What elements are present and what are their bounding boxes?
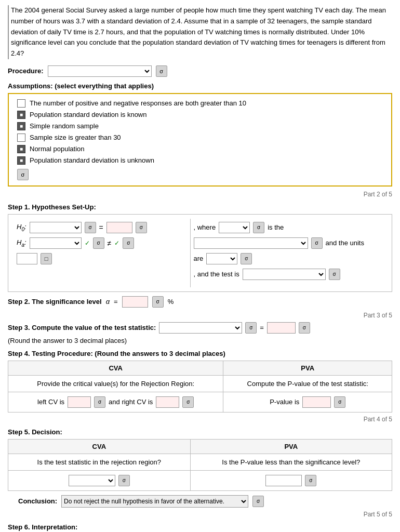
assumption-label-2: Population standard deviation is known bbox=[30, 111, 146, 118]
is-the-label: is the bbox=[268, 223, 284, 231]
checkbox-6[interactable]: ■ bbox=[17, 156, 25, 165]
step5-cva-answer-cell: Yes No σ bbox=[8, 470, 191, 490]
step5-pva-answer-cell: σ bbox=[190, 470, 392, 490]
assumption-item-4[interactable]: Sample size is greater than 30 bbox=[17, 134, 383, 142]
step2-row: Step 2. The significance level α = σ % bbox=[8, 296, 392, 308]
where-row: , where σ μ σ is the bbox=[194, 222, 384, 233]
procedure-icon-btn[interactable]: σ bbox=[156, 65, 167, 77]
description-select[interactable]: population standard deviation population… bbox=[194, 237, 308, 249]
step5-pva-question: Is the P-value less than the significanc… bbox=[190, 454, 392, 470]
where-select[interactable]: σ μ bbox=[219, 222, 250, 233]
ha-icon2[interactable]: σ bbox=[123, 237, 134, 249]
checkbox-1[interactable] bbox=[17, 99, 25, 108]
test-stat-equals: = bbox=[260, 324, 264, 331]
right-cv-icon[interactable]: σ bbox=[182, 396, 194, 408]
h0-value-input[interactable] bbox=[106, 222, 132, 233]
part5-label: Part 5 of 5 bbox=[8, 511, 392, 518]
ha-neq: ≠ bbox=[108, 239, 112, 247]
alpha-symbol: α bbox=[106, 298, 110, 305]
step2-title: Step 2. The significance level bbox=[8, 298, 102, 305]
step4-title: Step 4. Testing Procedure: (Round the an… bbox=[8, 350, 392, 357]
step6-title: Step 6. Interpretation: bbox=[8, 523, 392, 531]
are-select[interactable]: hours days bbox=[206, 253, 237, 264]
ha-row: Ha: σ μ ✓ σ ≠ ✓ σ bbox=[17, 237, 187, 249]
ha-select[interactable]: σ μ bbox=[30, 237, 82, 249]
desc-icon[interactable]: σ bbox=[311, 237, 323, 249]
test-stat-icon2[interactable]: σ bbox=[299, 322, 310, 334]
ha-extra-btn[interactable]: □ bbox=[41, 253, 52, 264]
step3-row: Step 3. Compute the value of the test st… bbox=[8, 322, 392, 344]
ha-check: ✓ bbox=[85, 240, 90, 247]
assumption-item-2[interactable]: ■ Population standard deviation is known bbox=[17, 111, 383, 119]
pvalue-input[interactable] bbox=[302, 396, 331, 408]
procedure-select[interactable]: Z-Test for Mean T-Test for Mean Chi-Squa… bbox=[48, 65, 152, 77]
assumptions-section: Assumptions: (select everything that app… bbox=[8, 82, 392, 187]
part2-label: Part 2 of 5 bbox=[8, 191, 392, 198]
test-type-row: , and the test is Two-Tailed Left-Tailed… bbox=[194, 269, 384, 280]
step5-question-row: Is the test statistic in the rejection r… bbox=[8, 454, 392, 470]
cva-decision-icon[interactable]: σ bbox=[118, 475, 130, 486]
alpha-icon[interactable]: σ bbox=[152, 296, 164, 308]
step5-cva-header: CVA bbox=[8, 439, 191, 454]
h0-icon2[interactable]: σ bbox=[136, 222, 147, 233]
pvalue-icon[interactable]: σ bbox=[334, 396, 345, 408]
and-units-label: and the units bbox=[326, 239, 364, 247]
pva-header: PVA bbox=[223, 361, 392, 375]
test-stat-icon1[interactable]: σ bbox=[245, 322, 257, 334]
round-note: (Round the answer to 3 decimal places) bbox=[8, 337, 127, 344]
description-row: population standard deviation population… bbox=[194, 237, 384, 249]
test-stat-input[interactable] bbox=[267, 322, 296, 334]
and-test-label: , and the test is bbox=[194, 270, 239, 278]
conclusion-label: Conclusion: bbox=[18, 497, 57, 505]
cva-decision-select[interactable]: Yes No bbox=[69, 475, 115, 486]
ha-icon1[interactable]: σ bbox=[93, 237, 104, 249]
assumption-item-3[interactable]: ■ Simple random sample bbox=[17, 122, 383, 130]
conclusion-icon[interactable]: σ bbox=[252, 496, 264, 507]
pva-decision-row: σ bbox=[195, 475, 388, 486]
checkbox-3[interactable]: ■ bbox=[17, 122, 25, 130]
part3-label: Part 3 of 5 bbox=[8, 312, 392, 319]
checkbox-5[interactable]: ■ bbox=[17, 145, 25, 153]
are-icon[interactable]: σ bbox=[241, 253, 252, 264]
assumption-item-1[interactable]: The number of positive and negative resp… bbox=[17, 99, 383, 108]
assumption-label-5: Normal population bbox=[30, 145, 85, 153]
left-cv-input[interactable] bbox=[68, 396, 91, 408]
are-row: are hours days σ bbox=[194, 253, 384, 264]
h0-equals: = bbox=[99, 223, 103, 232]
test-stat-select[interactable]: χ² z t bbox=[159, 322, 242, 334]
h0-row: H0: σ μ σ = σ bbox=[17, 222, 187, 233]
pvalue-label: P-value is bbox=[270, 398, 299, 406]
pva-decision-icon[interactable]: σ bbox=[305, 475, 316, 486]
right-cv-input[interactable] bbox=[156, 396, 179, 408]
assumption-label-4: Sample size is greater than 30 bbox=[30, 134, 121, 141]
assumption-item-5[interactable]: ■ Normal population bbox=[17, 145, 383, 153]
checkbox-4[interactable] bbox=[17, 134, 25, 142]
ha-label: Ha: bbox=[17, 238, 26, 248]
step5-table: CVA PVA Is the test statistic in the rej… bbox=[8, 439, 392, 491]
assumption-item-6[interactable]: ■ Population standard deviation is unkno… bbox=[17, 156, 383, 165]
assumption-label-6: Population standard deviation is unknown bbox=[30, 156, 154, 164]
where-label: , where bbox=[194, 223, 216, 231]
h0-select[interactable]: σ μ bbox=[30, 222, 82, 233]
where-icon[interactable]: σ bbox=[253, 222, 264, 233]
test-type-icon[interactable]: σ bbox=[329, 269, 340, 280]
step5-pva-header: PVA bbox=[190, 439, 392, 454]
conclusion-select[interactable]: Do not reject the null hypothesis in fav… bbox=[61, 495, 248, 508]
step4-table: CVA PVA Provide the critical value(s) fo… bbox=[8, 361, 392, 413]
alpha-input[interactable] bbox=[122, 296, 148, 308]
assumptions-icon-btn[interactable]: σ bbox=[17, 169, 29, 180]
ha-extra-input[interactable] bbox=[17, 253, 37, 264]
assumptions-title: Assumptions: (select everything that app… bbox=[8, 82, 392, 90]
step3-title: Step 3. Compute the value of the test st… bbox=[8, 324, 156, 331]
step4-critical-text: Provide the critical value(s) for the Re… bbox=[8, 375, 223, 392]
assumption-label-3: Simple random sample bbox=[30, 122, 99, 130]
test-type-select[interactable]: Two-Tailed Left-Tailed Right-Tailed bbox=[243, 269, 326, 280]
left-cv-icon[interactable]: σ bbox=[94, 396, 105, 408]
step1-box: H0: σ μ σ = σ Ha: σ bbox=[8, 214, 392, 292]
h0-icon1[interactable]: σ bbox=[85, 222, 96, 233]
checkbox-2[interactable]: ■ bbox=[17, 111, 25, 119]
ha-check2: ✓ bbox=[114, 240, 119, 247]
pva-decision-input[interactable] bbox=[265, 475, 302, 486]
hypothesis-table: H0: σ μ σ = σ Ha: σ bbox=[14, 219, 386, 287]
hyp-right-col: , where σ μ σ is the population standard… bbox=[190, 219, 386, 287]
